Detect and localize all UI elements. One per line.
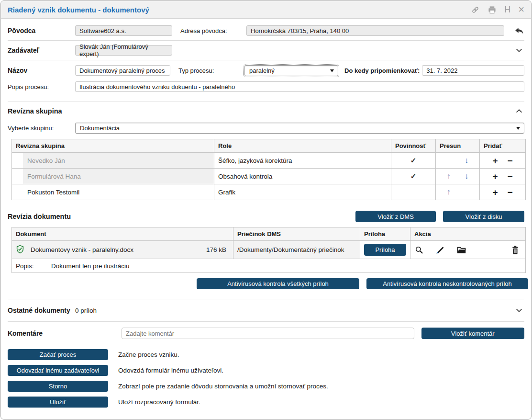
process-description-label: Popis procesu: (8, 81, 75, 91)
link-icon[interactable] (471, 5, 480, 14)
process-type-select[interactable]: paralelný (244, 65, 338, 76)
process-description-input[interactable]: Ilustrácia dokumentového vzniku dokuentu… (75, 81, 524, 92)
dialog-title: Riadený vznik dokumentu - dokumentový (8, 6, 149, 14)
antivirus-unchecked-button[interactable]: Antivírusová kontrola neskontrolovaných … (366, 278, 528, 289)
process-type-label: Typ procesu: (178, 67, 244, 74)
title-bar: Riadený vznik dokumentu - dokumentový H (1, 1, 531, 19)
group-select[interactable]: Dokumentácia (75, 123, 524, 134)
cancel-process-button[interactable]: Storno (8, 381, 108, 392)
action-description: Zobrazí pole pre zadanie dôvodu stornova… (118, 383, 328, 390)
review-group-header: Revízna skupina (8, 102, 524, 120)
attachment-button[interactable]: Príloha (364, 244, 406, 256)
col-document: Dokument (12, 227, 233, 241)
member-role: Obsahová kontrola (214, 169, 391, 184)
undo-icon[interactable] (504, 25, 524, 36)
preview-icon[interactable] (414, 245, 424, 255)
move-down-icon[interactable]: ↓ (458, 156, 476, 165)
dropdown-arrow-icon (330, 69, 334, 72)
col-role: Role (214, 139, 391, 153)
group-select-label: Vyberte skupinu: (8, 125, 75, 132)
col-review-group: Revízna skupina (12, 139, 214, 153)
document-description-row: Popis: Dokument len pre ilustráciu (12, 259, 526, 273)
remove-member-icon[interactable]: − (508, 172, 513, 181)
member-role: Šéfko, jazyková korektúra (214, 153, 391, 169)
delete-trash-icon[interactable] (511, 245, 521, 255)
review-group-title: Revízna skupina (8, 107, 62, 115)
process-description-row: Popis procesu: Ilustrácia dokumentového … (8, 80, 524, 98)
doc-description-value: Dokument len pre ilustráciu (51, 262, 130, 270)
attachments-count: 0 príloh (75, 307, 97, 314)
comments-title: Komentáre (8, 329, 75, 337)
group-select-row: Vyberte skupinu: Dokumentácia (8, 120, 524, 136)
originator-row: Pôvodca Software602 a.s. Adresa pôvodca:… (8, 21, 524, 40)
originator-address-field: Hornokrčská 703/15, Praha, 140 00 (246, 25, 504, 36)
doc-revision-header: Revízia dokumentu Vložiť z DMS Vložiť z … (8, 200, 524, 227)
chevron-down-icon[interactable] (515, 46, 524, 55)
col-mandatory: Povinnosť (391, 139, 436, 153)
member-name: Pokuston Testomil (23, 184, 214, 200)
help-icon[interactable]: H (504, 5, 510, 14)
move-up-icon[interactable]: ↑ (440, 188, 458, 196)
mandatory-check-icon: ✓ (410, 172, 417, 180)
add-member-icon[interactable]: + (492, 188, 498, 197)
insert-from-disk-button[interactable]: Vložiť z disku (443, 211, 524, 222)
antivirus-all-button[interactable]: Antivírusová kontrola všetkých príloh (197, 278, 359, 289)
other-documents-title: Ostatné dokumenty (8, 306, 75, 314)
doc-revision-title: Revízia dokumentu (8, 213, 71, 220)
documents-table: Dokument Priečinok DMS Príloha Akcia Dok (11, 227, 526, 273)
save-button[interactable]: Uložiť (8, 397, 108, 408)
deadline-label: Do kedy pripomienkovať: (344, 67, 420, 74)
group-select-value: Dokumentácia (80, 125, 120, 132)
move-up-icon[interactable]: ↑ (440, 172, 458, 181)
col-dms-folder: Priečinok DMS (233, 227, 360, 241)
table-row: Pokuston Testomil Grafik ↑ ↓ + − (12, 184, 526, 200)
insert-comment-button[interactable]: Vložiť komentár (421, 328, 525, 339)
deadline-input[interactable]: 31. 7. 2022 (422, 65, 524, 76)
process-name-label: Názov (8, 67, 75, 74)
add-member-icon[interactable]: + (492, 172, 498, 181)
originator-label: Pôvodca (8, 27, 75, 34)
folder-icon[interactable] (456, 245, 466, 255)
submitter-field: Slovák Ján (Formulárový expert) (75, 45, 172, 56)
antivirus-shield-icon (16, 245, 24, 255)
process-type-value: paralelný (249, 67, 275, 74)
table-row: Formulárová Hana Obsahová kontrola ✓ ↑ ↓… (12, 169, 526, 184)
process-name-input[interactable]: Dokumentový paralelný proces (75, 65, 170, 76)
action-row: Storno Zobrazí pole pre zadanie dôvodu s… (8, 378, 524, 394)
member-role: Grafik (214, 184, 391, 200)
document-size: 176 kB (206, 246, 229, 253)
document-name: Dokumentovy vznik - paralelny.docx (31, 246, 133, 253)
originator-address-label: Adresa pôvodca: (180, 27, 246, 34)
close-icon[interactable]: × (518, 4, 524, 15)
table-header-row: Revízna skupina Role Povinnosť Presun Pr… (12, 139, 526, 153)
col-attachment: Príloha (360, 227, 410, 241)
submitter-label: Zadávateľ (8, 46, 75, 54)
handover-button[interactable]: Odovzdať inému zadávateľovi (8, 365, 108, 376)
action-description: Uloží rozpracovaný formulár. (118, 398, 200, 406)
remove-member-icon[interactable]: − (508, 188, 513, 197)
action-description: Začne proces vzniku. (118, 351, 179, 358)
print-icon[interactable] (488, 5, 497, 14)
edit-pencil-icon[interactable] (435, 245, 445, 255)
start-process-button[interactable]: Začať proces (8, 349, 108, 360)
chevron-up-icon[interactable] (515, 107, 524, 115)
dropdown-arrow-icon (516, 127, 520, 130)
process-name-row: Názov Dokumentový paralelný proces Typ p… (8, 60, 524, 80)
comments-row: Komentáre Vložiť komentár (8, 322, 524, 345)
chevron-down-icon[interactable] (515, 306, 524, 315)
document-row: Dokumentovy vznik - paralelny.docx 176 k… (12, 241, 526, 259)
table-header-row: Dokument Priečinok DMS Príloha Akcia (12, 227, 526, 241)
member-name: Nevedko Ján (23, 153, 214, 168)
table-row: Nevedko Ján Šéfko, jazyková korektúra ✓ … (12, 153, 526, 169)
dialog-window: Riadený vznik dokumentu - dokumentový H (0, 0, 532, 420)
action-row: Začať proces Začne proces vzniku. (8, 347, 524, 363)
insert-from-dms-button[interactable]: Vložiť z DMS (355, 211, 436, 222)
remove-member-icon[interactable]: − (508, 156, 513, 165)
comment-input[interactable] (122, 328, 414, 339)
submitter-row: Zadávateľ Slovák Ján (Formulárový expert… (8, 41, 524, 60)
review-group-table: Revízna skupina Role Povinnosť Presun Pr… (11, 139, 526, 200)
action-row: Uložiť Uloží rozpracovaný formulár. (8, 394, 524, 410)
action-description: Odovzdá formulár inému užívateľovi. (118, 367, 223, 374)
move-down-icon[interactable]: ↓ (458, 172, 476, 181)
add-member-icon[interactable]: + (492, 156, 498, 165)
